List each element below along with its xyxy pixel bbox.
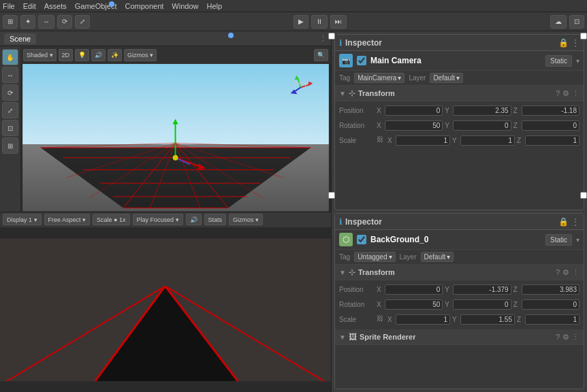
scale-z-input-2[interactable] xyxy=(525,314,580,325)
shading-mode[interactable]: Shaded ▾ xyxy=(23,49,57,61)
inspector-panel-1: ℹ Inspector 🔒 ⋮ 📷 Main Camera Static ▾ T… xyxy=(334,34,584,210)
toolbar-transform[interactable]: ⊞ xyxy=(3,15,18,29)
obj-active-2[interactable] xyxy=(357,235,366,244)
tool-hand[interactable]: ✋ xyxy=(2,49,18,65)
tag-select-1[interactable]: MainCamera ▾ xyxy=(354,73,404,83)
resize-handle-bl[interactable] xyxy=(332,192,335,199)
menu-assets[interactable]: Assets xyxy=(44,2,67,10)
layer-select-1[interactable]: Default ▾ xyxy=(430,73,463,83)
game-view[interactable]: Game ⋮ Display 1 ▾ Free Aspect ▾ Scale ●… xyxy=(0,212,331,393)
lighting-toggle[interactable]: 💡 xyxy=(75,49,89,61)
scale-y-input-1[interactable] xyxy=(460,135,515,146)
sprite-more[interactable]: ⋮ xyxy=(572,333,580,342)
toolbar-move[interactable]: ↔ xyxy=(38,15,54,29)
layer-arrow-1: ▾ xyxy=(456,74,460,82)
tool-rect[interactable]: ⊡ xyxy=(2,120,18,136)
rot-y-input-1[interactable] xyxy=(453,120,511,131)
menu-edit[interactable]: Edit xyxy=(23,2,36,10)
pos-z-input-1[interactable] xyxy=(522,105,580,116)
inspector-1-menu[interactable]: ⋮ xyxy=(571,38,580,48)
resize-handle-br[interactable] xyxy=(580,192,587,199)
main-layout: Scene ⋮ ✋ ↔ ⟳ ⤢ ⊡ ⊞ Shaded ▾ 2D 💡 🔊 ✨ Gi… xyxy=(0,31,587,392)
position-row-1: Position X Y Z xyxy=(335,103,584,118)
transform-more-1[interactable]: ⋮ xyxy=(572,89,580,98)
tool-move[interactable]: ↔ xyxy=(2,67,18,83)
inspector-2-menu[interactable]: ⋮ xyxy=(571,217,580,227)
transform-expand-2[interactable]: ▼ xyxy=(339,269,346,276)
toolbar-scale[interactable]: ⤢ xyxy=(75,15,90,29)
static-dropdown-1[interactable]: ▾ xyxy=(576,57,580,65)
inspector-2-lock[interactable]: 🔒 xyxy=(558,217,569,227)
play-focused[interactable]: Play Focused ▾ xyxy=(133,214,183,225)
inspector-2-icon: ℹ xyxy=(339,217,343,227)
transform-help-1[interactable]: ? xyxy=(556,89,560,98)
resize-handle-tl[interactable] xyxy=(332,33,335,39)
resize-handle-tr[interactable] xyxy=(580,33,587,39)
sprite-help[interactable]: ? xyxy=(556,333,560,342)
sprite-settings[interactable]: ⚙ xyxy=(562,333,569,342)
pos-x-input-1[interactable] xyxy=(385,105,443,116)
menu-help[interactable]: Help xyxy=(206,2,222,10)
gizmos-btn[interactable]: Gizmos ▾ xyxy=(124,49,157,61)
tag-select-2[interactable]: Untagged ▾ xyxy=(354,252,395,262)
scale-lock-1[interactable]: ⛓ xyxy=(377,135,383,146)
toolbar-rotate[interactable]: ⟳ xyxy=(57,15,72,29)
scale-x-input-1[interactable] xyxy=(396,135,450,146)
pause-button[interactable]: ⏸ xyxy=(311,15,328,29)
menu-file[interactable]: File xyxy=(3,2,15,10)
obj-active-1[interactable] xyxy=(357,56,366,65)
step-button[interactable]: ⏭ xyxy=(330,15,347,29)
search-scene[interactable]: 🔍 xyxy=(314,49,328,61)
scale-lock-2[interactable]: ⛓ xyxy=(377,314,383,325)
transform-more-2[interactable]: ⋮ xyxy=(572,268,580,277)
transform-help-2[interactable]: ? xyxy=(556,268,560,277)
play-button[interactable]: ▶ xyxy=(294,15,308,29)
aspect-select[interactable]: Free Aspect ▾ xyxy=(44,214,91,225)
inspector-2-header: ℹ Inspector 🔒 ⋮ xyxy=(335,214,584,230)
layer-select-2[interactable]: Default ▾ xyxy=(421,252,454,262)
audio-toggle[interactable]: 🔊 xyxy=(91,49,106,61)
rot-z-input-1[interactable] xyxy=(522,120,580,131)
pos-x-input-2[interactable] xyxy=(385,284,443,295)
transform-settings-2[interactable]: ⚙ xyxy=(562,268,569,277)
tab-scene[interactable]: Scene xyxy=(4,33,36,44)
scene-tab-more[interactable]: ⋮ xyxy=(319,34,327,43)
tool-transform[interactable]: ⊞ xyxy=(2,137,18,154)
rot-y-input-2[interactable] xyxy=(453,299,511,310)
cloud-button[interactable]: ☁ xyxy=(550,15,567,29)
inspector-1-lock[interactable]: 🔒 xyxy=(558,38,569,48)
layers-button[interactable]: ⊡ xyxy=(569,15,584,29)
display-select[interactable]: Display 1 ▾ xyxy=(3,214,42,225)
pos-y-input-1[interactable] xyxy=(453,105,511,116)
gizmos-game[interactable]: Gizmos ▾ xyxy=(229,214,263,225)
mute-audio[interactable]: 🔊 xyxy=(186,214,202,225)
sprite-expand[interactable]: ▼ xyxy=(339,333,346,341)
main-toolbar: ⊞ ✦ ↔ ⟳ ⤢ ▶ ⏸ ⏭ ☁ ⊡ xyxy=(0,12,587,31)
rot-x-input-1[interactable] xyxy=(385,120,443,131)
rot-x-input-2[interactable] xyxy=(385,299,443,310)
static-btn-1[interactable]: Static xyxy=(545,55,572,67)
pos-y-axis-1: Y xyxy=(445,107,451,114)
pos-z-input-2[interactable] xyxy=(522,284,580,295)
pos-y-input-2[interactable] xyxy=(453,284,511,295)
transform-expand-1[interactable]: ▼ xyxy=(339,90,346,97)
scale-x-input-2[interactable] xyxy=(396,314,450,325)
scale-y-input-2[interactable] xyxy=(460,314,515,325)
tag-value-1: MainCamera xyxy=(358,74,396,82)
toolbar-pivot[interactable]: ✦ xyxy=(20,15,35,29)
rot-z-input-2[interactable] xyxy=(522,299,580,310)
scene-view[interactable]: Scene ⋮ ✋ ↔ ⟳ ⤢ ⊡ ⊞ Shaded ▾ 2D 💡 🔊 ✨ Gi… xyxy=(0,31,331,212)
fx-toggle[interactable]: ✨ xyxy=(108,49,122,61)
tool-scale[interactable]: ⤢ xyxy=(2,102,18,118)
scale-z-input-1[interactable] xyxy=(525,135,580,146)
tool-rotate[interactable]: ⟳ xyxy=(2,84,18,101)
stats-btn[interactable]: Stats xyxy=(204,214,227,225)
scene-tab-bar: Scene ⋮ xyxy=(0,31,331,46)
transform-settings-1[interactable]: ⚙ xyxy=(562,89,569,98)
static-dropdown-2[interactable]: ▾ xyxy=(576,236,580,244)
scale-select[interactable]: Scale ● 1x xyxy=(93,214,129,225)
menu-window[interactable]: Window xyxy=(172,2,198,10)
menu-component[interactable]: Component xyxy=(125,2,163,10)
static-btn-2[interactable]: Static xyxy=(545,234,572,246)
2d-mode[interactable]: 2D xyxy=(59,49,74,61)
